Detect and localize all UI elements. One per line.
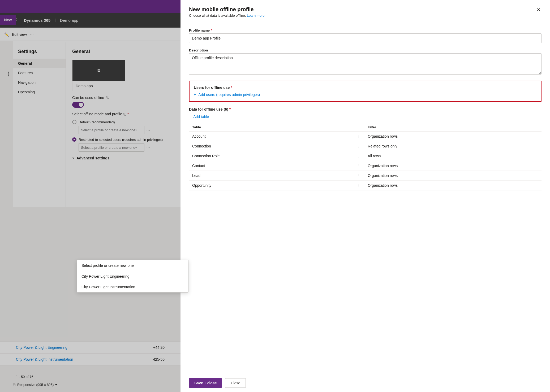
radio-default[interactable] xyxy=(72,120,76,124)
dropdown-row-default: Select a profile or create a new one ▾ ·… xyxy=(79,126,187,134)
profile-name-req: * xyxy=(211,28,212,32)
settings-main: General 🖼 Demo app Can be used offline ⓘ… xyxy=(66,42,193,207)
table-cell-menu[interactable]: ⋮ xyxy=(354,161,364,171)
radio-default-label: Default (recommended) xyxy=(79,120,115,124)
close-panel-button[interactable]: Close xyxy=(225,378,246,388)
offline-mode-label: Select offline mode and profile ⓘ * xyxy=(72,112,187,117)
table-cell-menu[interactable]: ⋮ xyxy=(354,132,364,141)
engineering-link[interactable]: City Power & Light Engineering xyxy=(16,345,67,350)
save-close-button[interactable]: Save + close xyxy=(189,378,222,388)
add-table-row[interactable]: + Add table xyxy=(189,115,542,119)
edit-icon: ✏️ xyxy=(4,32,9,37)
radio-option-restricted: Restricted to selected users (requires a… xyxy=(72,137,187,152)
table-cell-filter: Organization rows xyxy=(364,161,542,171)
table-row: Lead ⋮ Organization rows xyxy=(189,171,542,181)
dropdown-item-instrumentation[interactable]: City Power Light Instrumentation xyxy=(77,282,188,292)
new-button[interactable]: New xyxy=(0,15,16,25)
section-title: General xyxy=(72,49,187,54)
table-cell-name: Connection Role xyxy=(189,151,354,161)
radio-restricted-label: Restricted to selected users (requires a… xyxy=(79,138,163,142)
background-list: City Power & Light Engineering +44 20 Ci… xyxy=(0,341,181,365)
edit-view-ellipsis[interactable]: ··· xyxy=(30,32,34,37)
offline-mode-info-icon: ⓘ xyxy=(123,112,126,116)
data-req: * xyxy=(229,107,231,111)
dropdown-default-ellipsis[interactable]: ··· xyxy=(147,128,151,132)
dropdown-default-text: Select a profile or create a new one xyxy=(81,128,135,132)
add-table-label: Add table xyxy=(193,115,209,119)
profile-name-input[interactable] xyxy=(189,33,542,43)
chevron-down-icon-2: ▾ xyxy=(135,146,137,149)
learn-more-link[interactable]: Learn more xyxy=(247,14,264,18)
table-cell-name: Lead xyxy=(189,171,354,181)
separator: | xyxy=(55,18,56,22)
profile-name-field: Profile name * xyxy=(189,28,542,43)
add-table-plus-icon: + xyxy=(189,115,191,119)
dropdown-restricted-ellipsis[interactable]: ··· xyxy=(147,145,151,150)
table-cell-filter: All rows xyxy=(364,151,542,161)
radio-option-default: Default (recommended) Select a profile o… xyxy=(72,120,187,134)
brand-label: Dynamics 365 xyxy=(24,18,50,23)
users-section: Users for offline use * + Add users (req… xyxy=(189,81,542,102)
app-name-label: Demo app xyxy=(60,18,78,23)
header-bar: ⋮⋮⋮ Dynamics 365 | Demo app xyxy=(0,13,181,28)
sidebar-item-upcoming[interactable]: Upcoming xyxy=(13,87,66,97)
instrumentation-link[interactable]: City Power & Light Instrumentation xyxy=(16,357,73,361)
chevron-down-icon: ▾ xyxy=(135,129,137,132)
dropdown-panel: Select profile or create new one City Po… xyxy=(77,260,188,293)
table-cell-menu[interactable]: ⋮ xyxy=(354,141,364,151)
description-field: Description Offline profile description xyxy=(189,48,542,75)
list-item-engineering: City Power & Light Engineering +44 20 xyxy=(0,342,181,354)
top-bar xyxy=(0,0,181,13)
responsive-label[interactable]: ⊞ Responsive (995 x 825) ▾ xyxy=(13,383,57,387)
sidebar-item-features[interactable]: Features xyxy=(13,68,66,78)
offline-mode-section: Select offline mode and profile ⓘ * Defa… xyxy=(72,112,187,152)
sort-arrow-icon: ↑ xyxy=(203,126,204,129)
panel-header: New mobile offline profile Choose what d… xyxy=(181,0,550,22)
edit-view-label[interactable]: Edit view xyxy=(12,32,27,37)
data-section-title: Data for offline use (6) * xyxy=(189,107,231,111)
settings-title: Settings xyxy=(13,49,66,59)
close-button[interactable]: ✕ xyxy=(534,5,543,14)
sidebar-item-general[interactable]: General xyxy=(13,59,66,68)
table-cell-menu[interactable]: ⋮ xyxy=(354,171,364,181)
chevron-right-icon: ∨ xyxy=(72,156,74,160)
offline-mode-req: * xyxy=(127,112,129,116)
app-card-label: Demo app xyxy=(72,81,125,91)
table-cell-menu[interactable]: ⋮ xyxy=(354,151,364,161)
table-cell-filter: Related rows only xyxy=(364,141,542,151)
profile-name-label: Profile name * xyxy=(189,28,542,32)
dropdown-default[interactable]: Select a profile or create a new one ▾ xyxy=(79,126,144,134)
add-users-label: Add users (requires admin privileges) xyxy=(198,93,260,97)
offline-toggle[interactable] xyxy=(72,102,84,108)
table-cell-menu[interactable]: ⋮ xyxy=(354,181,364,190)
toggle-label: Can be used offline xyxy=(72,95,104,100)
users-req: * xyxy=(231,85,232,90)
users-section-title: Users for offline use * xyxy=(194,85,537,90)
dropdown-item-engineering[interactable]: City Power Light Engineering xyxy=(77,271,188,282)
table-row: Contact ⋮ Organization rows xyxy=(189,161,542,171)
dropdown-restricted[interactable]: Select a profile or create a new one ▾ xyxy=(79,143,144,152)
advanced-settings-toggle[interactable]: ∨ Advanced settings xyxy=(72,156,187,160)
table-row: Connection ⋮ Related rows only xyxy=(189,141,542,151)
data-table: Table ↑ Filter Account ⋮ Organization ro… xyxy=(189,123,542,190)
col-menu xyxy=(354,123,364,132)
add-users-plus-icon: + xyxy=(194,92,196,97)
list-item-instrumentation: City Power & Light Instrumentation 425-5… xyxy=(0,354,181,365)
table-cell-name: Account xyxy=(189,132,354,141)
toggle-row: Can be used offline ⓘ xyxy=(72,95,187,100)
col-table[interactable]: Table ↑ xyxy=(189,123,354,132)
app-card: 🖼 Demo app xyxy=(72,60,125,91)
sidebar-item-navigation[interactable]: Navigation xyxy=(13,78,66,87)
radio-restricted[interactable] xyxy=(72,137,76,142)
table-row: Opportunity ⋮ Organization rows xyxy=(189,181,542,190)
engineering-phone: +44 20 xyxy=(153,345,165,350)
side-dots xyxy=(6,72,11,76)
description-textarea[interactable]: Offline profile description xyxy=(189,53,542,75)
responsive-chevron: ▾ xyxy=(55,383,57,387)
edit-view-bar: ✏️ Edit view ··· xyxy=(0,28,181,41)
add-users-row[interactable]: + Add users (requires admin privileges) xyxy=(194,92,537,97)
table-cell-filter: Organization rows xyxy=(364,132,542,141)
table-row: Connection Role ⋮ All rows xyxy=(189,151,542,161)
dropdown-restricted-text: Select a profile or create a new one xyxy=(81,146,135,150)
data-section-header: Data for offline use (6) * xyxy=(189,107,542,111)
